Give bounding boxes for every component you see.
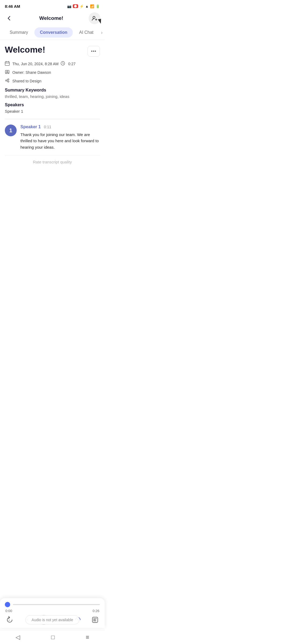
section-divider	[5, 119, 100, 119]
bluetooth-icon: ⚡	[79, 4, 84, 8]
keywords-label: Summary Keywords	[5, 88, 100, 93]
status-icons: 📷 ⚡ ▲ 📶 🔋	[67, 4, 100, 8]
meta-shared-row: Shared to Design	[5, 78, 100, 84]
page-title: Welcome!	[39, 15, 63, 21]
svg-point-0	[74, 5, 77, 8]
tab-conversation[interactable]: Conversation	[34, 27, 73, 38]
meeting-duration: 0:27	[68, 62, 75, 66]
svg-rect-2	[5, 62, 9, 65]
add-participant-button[interactable]	[89, 12, 100, 24]
speaker-name: Speaker 1	[20, 125, 41, 129]
svg-point-6	[6, 80, 7, 81]
rate-transcript-bar[interactable]: Rate transcript quality	[5, 155, 100, 164]
tab-aichat[interactable]: AI Chat	[74, 27, 99, 38]
tabs-bar: Summary Conversation AI Chat ›	[0, 25, 105, 40]
speaker-avatar: 1	[5, 125, 17, 136]
owner-icon	[5, 69, 10, 75]
message-text: Thank you for joining our team. We are t…	[20, 131, 100, 150]
header: Welcome!	[0, 11, 105, 25]
message-timestamp: 0:11	[44, 125, 51, 129]
clock-icon	[61, 61, 66, 67]
main-content: Welcome! ••• Thu, Jun 20, 2024, 8:28 AM …	[0, 40, 105, 164]
status-bar: 8:46 AM 📷 ⚡ ▲ 📶 🔋	[0, 0, 105, 11]
speakers-list: Speaker 1	[5, 109, 100, 114]
back-button[interactable]	[4, 13, 14, 23]
camera-icon: 📷	[67, 4, 71, 8]
calendar-icon	[5, 61, 10, 67]
keywords-text: thrilled, team, hearing, joining, ideas	[5, 94, 100, 99]
meeting-owner: Owner: Shane Dawson	[12, 70, 51, 75]
message-row: 1 Speaker 1 0:11 Thank you for joining o…	[5, 125, 100, 150]
svg-point-1	[93, 16, 95, 19]
meta-date-row: Thu, Jun 20, 2024, 8:28 AM 0:27	[5, 61, 100, 67]
record-icon	[73, 4, 78, 8]
tab-summary[interactable]: Summary	[4, 27, 33, 38]
svg-point-8	[8, 81, 9, 82]
wifi-icon: 📶	[90, 4, 94, 8]
more-options-button[interactable]: •••	[88, 46, 100, 57]
status-time: 8:46 AM	[5, 4, 20, 9]
meta-owner-row: Owner: Shane Dawson	[5, 69, 100, 75]
speakers-label: Speakers	[5, 103, 100, 107]
meeting-date: Thu, Jun 20, 2024, 8:28 AM	[12, 62, 59, 66]
message-header: Speaker 1 0:11	[20, 125, 100, 129]
tabs-more[interactable]: ›	[100, 30, 104, 35]
meeting-header: Welcome! •••	[5, 45, 100, 57]
battery-icon: 🔋	[96, 4, 100, 8]
svg-point-7	[8, 79, 9, 80]
meeting-shared: Shared to Design	[12, 79, 41, 83]
shared-icon	[5, 78, 10, 84]
rate-label: Rate transcript quality	[33, 160, 72, 164]
svg-point-5	[7, 71, 8, 72]
message-body: Speaker 1 0:11 Thank you for joining our…	[20, 125, 100, 150]
meeting-title: Welcome!	[5, 45, 45, 55]
signal-icon: ▲	[85, 4, 89, 8]
